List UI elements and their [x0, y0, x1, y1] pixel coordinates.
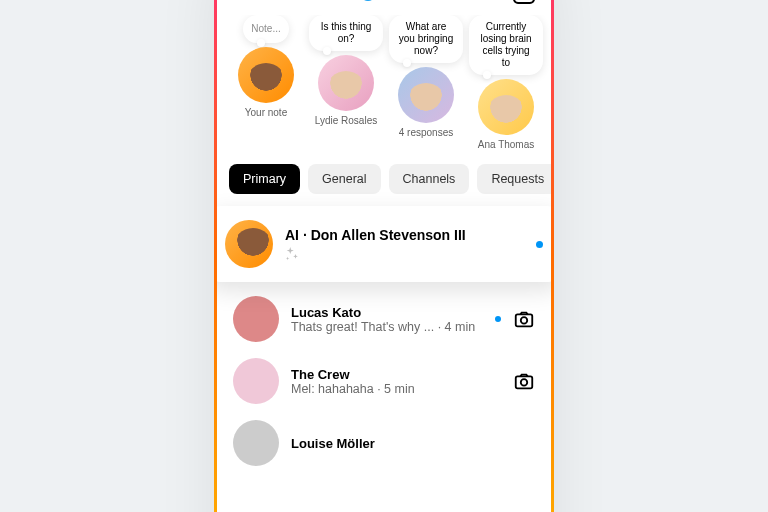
chat-row[interactable]: Lucas KatoThats great! That's why ... · …: [233, 288, 535, 350]
inbox-header: ‹ donalleniii ⌄: [217, 0, 551, 15]
tab-channels[interactable]: Channels: [389, 164, 470, 194]
avatar: [233, 420, 279, 466]
svg-point-3: [521, 379, 527, 385]
featured-title: AI · Don Allen Stevenson III: [285, 227, 524, 243]
note-item[interactable]: What are you bringing now?4 responses: [389, 15, 463, 150]
chat-preview: Mel: hahahaha · 5 min: [291, 382, 501, 396]
note-name: 4 responses: [399, 127, 453, 138]
tab-primary[interactable]: Primary: [229, 164, 300, 194]
unread-dot: [495, 316, 501, 322]
note-name: Your note: [245, 107, 287, 118]
svg-rect-2: [516, 376, 533, 388]
avatar: [478, 79, 534, 135]
note-item[interactable]: Is this thing on?Lydie Rosales: [309, 15, 383, 150]
note-bubble: Note...: [243, 15, 288, 43]
tab-requests[interactable]: Requests: [477, 164, 554, 194]
note-item[interactable]: Note...Your note: [229, 15, 303, 150]
unread-dot: [536, 241, 543, 248]
chat-row[interactable]: The CrewMel: hahahaha · 5 min: [233, 350, 535, 412]
camera-icon[interactable]: [513, 308, 535, 330]
chat-name: Louise Möller: [291, 436, 535, 451]
avatar: [318, 55, 374, 111]
chat-name: Lucas Kato: [291, 305, 483, 320]
note-name: Lydie Rosales: [315, 115, 377, 126]
note-item[interactable]: Currently losing brain cells trying toAn…: [469, 15, 543, 150]
note-bubble: Is this thing on?: [309, 15, 383, 51]
sparkle-icon: [285, 247, 524, 261]
avatar: [233, 358, 279, 404]
avatar: [225, 220, 273, 268]
svg-point-1: [521, 317, 527, 323]
chat-preview: Thats great! That's why ... · 4 min: [291, 320, 483, 334]
camera-icon[interactable]: [513, 370, 535, 392]
featured-chat[interactable]: AI · Don Allen Stevenson III: [214, 206, 554, 282]
inbox-tabs: PrimaryGeneralChannelsRequests: [217, 156, 551, 206]
notes-row[interactable]: Note...Your noteIs this thing on?Lydie R…: [217, 15, 551, 156]
chat-list: Lucas KatoThats great! That's why ... · …: [217, 288, 551, 474]
verified-icon: [360, 0, 376, 1]
tab-general[interactable]: General: [308, 164, 380, 194]
avatar: [233, 296, 279, 342]
compose-icon[interactable]: [513, 0, 535, 4]
chat-row[interactable]: Louise Möller: [233, 412, 535, 474]
note-bubble: Currently losing brain cells trying to: [469, 15, 543, 75]
phone-frame: 9:41 ‹ donalleniii ⌄ Note...Your noteIs …: [214, 0, 554, 512]
avatar: [398, 67, 454, 123]
note-name: Ana Thomas: [478, 139, 535, 150]
username[interactable]: donalleniii: [251, 0, 350, 5]
note-bubble: What are you bringing now?: [389, 15, 463, 63]
svg-rect-0: [516, 314, 533, 326]
avatar: [238, 47, 294, 103]
back-icon[interactable]: ‹: [233, 0, 241, 5]
chat-name: The Crew: [291, 367, 501, 382]
